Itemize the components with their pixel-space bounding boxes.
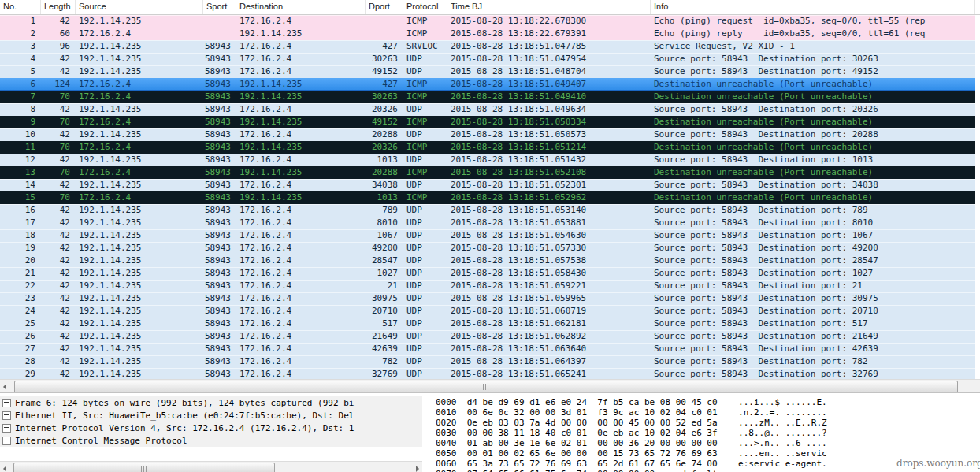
packet-row[interactable]: 1442192.1.14.23558943172.16.2.434038UDP2… xyxy=(0,179,975,191)
column-header-protocol[interactable]: Protocol xyxy=(403,0,447,14)
packet-row[interactable]: 2042192.1.14.23558943172.16.2.428547UDP2… xyxy=(0,255,975,267)
expand-plus-icon[interactable] xyxy=(2,424,11,433)
packet-row[interactable]: 2742192.1.14.23558943172.16.2.442639UDP2… xyxy=(0,343,975,355)
cell-destination: 192.1.14.235 xyxy=(236,141,366,154)
packet-row[interactable]: 842192.1.14.23558943172.16.2.420326UDP20… xyxy=(0,103,975,116)
packet-row[interactable]: 1642192.1.14.23558943172.16.2.4789UDP201… xyxy=(0,204,975,217)
packet-row[interactable]: 1042192.1.14.23558943172.16.2.420288UDP2… xyxy=(0,128,975,141)
details-row[interactable]: Ethernet II, Src: HuaweiTe_b5:ca:be (e0:… xyxy=(0,409,422,422)
cell-length: 42 xyxy=(41,305,76,318)
cell-dport: 49152 xyxy=(366,116,403,128)
scroll-right-icon[interactable] xyxy=(410,463,422,472)
packet-row[interactable]: 542192.1.14.23558943172.16.2.449152UDP20… xyxy=(0,65,975,78)
details-row[interactable]: Internet Control Message Protocol xyxy=(0,434,422,447)
cell-info: Source port: 58943 Destination port: 426… xyxy=(651,343,975,355)
column-header-time[interactable]: Time BJ xyxy=(447,0,651,14)
packet-row[interactable]: 2242192.1.14.23558943172.16.2.421UDP2015… xyxy=(0,280,975,292)
scroll-left-icon[interactable] xyxy=(0,381,13,392)
cell-length: 70 xyxy=(41,116,76,128)
packet-row[interactable]: 2542192.1.14.23558943172.16.2.4517UDP201… xyxy=(0,318,975,330)
packet-row[interactable]: 1370172.16.2.458943192.1.14.23520288ICMP… xyxy=(0,166,975,179)
hex-line[interactable]: 0020 0e eb 03 03 7a 4d 00 00 00 00 45 00… xyxy=(436,418,980,428)
cell-info: Destination unreachable (Port unreachabl… xyxy=(651,78,975,91)
cell-no: 7 xyxy=(0,91,41,103)
packet-row[interactable]: 2442192.1.14.23558943172.16.2.420710UDP2… xyxy=(0,305,975,318)
packet-row[interactable]: 2642192.1.14.23558943172.16.2.421649UDP2… xyxy=(0,330,975,343)
hex-line[interactable]: 0070 07 64 65 66 61 75 6c 74 00 00 00 00… xyxy=(436,469,980,472)
packet-row[interactable]: 6124172.16.2.458943192.1.14.235427ICMP20… xyxy=(0,78,975,91)
cell-sport: 58943 xyxy=(203,267,236,280)
cell-destination: 172.16.2.4 xyxy=(236,65,366,78)
packet-row[interactable]: 142192.1.14.235172.16.2.4ICMP2015-08-28 … xyxy=(0,15,975,28)
packet-row[interactable]: 396192.1.14.23558943172.16.2.4427SRVLOC2… xyxy=(0,40,975,53)
packet-row[interactable]: 2342192.1.14.23558943172.16.2.430975UDP2… xyxy=(0,292,975,305)
cell-no: 12 xyxy=(0,154,41,166)
cell-protocol: UDP xyxy=(403,154,447,166)
packet-row[interactable]: 770172.16.2.458943192.1.14.23530263ICMP2… xyxy=(0,91,975,103)
packet-row[interactable]: 1942192.1.14.23558943172.16.2.449200UDP2… xyxy=(0,242,975,255)
cell-destination: 192.1.14.235 xyxy=(236,91,366,103)
cell-sport: 58943 xyxy=(203,330,236,343)
column-header-info[interactable]: Info xyxy=(651,0,975,14)
packet-row[interactable]: 2142192.1.14.23558943172.16.2.41027UDP20… xyxy=(0,267,975,280)
packet-list-hscrollbar[interactable] xyxy=(0,379,980,393)
details-hscrollbar[interactable] xyxy=(0,461,422,472)
hex-line[interactable]: 0030 00 00 38 11 18 40 c0 01 0e eb ac 10… xyxy=(436,428,980,438)
cell-info: Source port: 58943 Destination port: 782 xyxy=(651,355,975,368)
cell-protocol: UDP xyxy=(403,318,447,330)
hex-line[interactable]: 0000 d4 be d9 69 d1 e6 e0 24 7f b5 ca be… xyxy=(436,397,980,407)
expand-plus-icon[interactable] xyxy=(2,411,11,420)
expand-plus-icon[interactable] xyxy=(2,437,11,445)
column-header-no[interactable]: No. xyxy=(0,0,41,14)
cell-destination: 172.16.2.4 xyxy=(236,343,366,355)
scrollbar-thumb[interactable] xyxy=(14,381,958,393)
cell-time: 2015-08-28 13:18:51.052108 xyxy=(447,166,651,179)
packet-row[interactable]: 1742192.1.14.23558943172.16.2.48010UDP20… xyxy=(0,217,975,229)
packet-row[interactable]: 260172.16.2.4192.1.14.235ICMP2015-08-28 … xyxy=(0,28,975,40)
scroll-left-icon[interactable] xyxy=(0,463,13,472)
cell-dport: 1013 xyxy=(366,191,403,204)
cell-destination: 172.16.2.4 xyxy=(236,103,366,116)
cell-no: 11 xyxy=(0,141,41,154)
column-header-destination[interactable]: Destination xyxy=(236,0,366,14)
cell-info: Source port: 58943 Destination port: 102… xyxy=(651,267,975,280)
packet-row[interactable]: 2942192.1.14.23558943172.16.2.432769UDP2… xyxy=(0,368,975,379)
packet-row[interactable]: 2842192.1.14.23558943172.16.2.4782UDP201… xyxy=(0,355,975,368)
packet-row[interactable]: 1242192.1.14.23558943172.16.2.41013UDP20… xyxy=(0,154,975,166)
hex-line[interactable]: 0010 00 6e 0c 32 00 00 3d 01 f3 9c ac 10… xyxy=(436,407,980,418)
column-header-sport[interactable]: Sport xyxy=(203,0,236,14)
scrollbar-thumb[interactable] xyxy=(13,463,275,472)
cell-no: 17 xyxy=(0,217,41,229)
packet-row[interactable]: 1170172.16.2.458943192.1.14.23520326ICMP… xyxy=(0,141,975,154)
cell-destination: 172.16.2.4 xyxy=(236,242,366,255)
packet-row[interactable]: 442192.1.14.23558943172.16.2.430263UDP20… xyxy=(0,53,975,65)
cell-info: Source port: 58943 Destination port: 340… xyxy=(651,179,975,191)
cell-protocol: ICMP xyxy=(403,166,447,179)
cell-length: 42 xyxy=(41,255,76,267)
packet-row[interactable]: 1842192.1.14.23558943172.16.2.41067UDP20… xyxy=(0,229,975,242)
cell-destination: 172.16.2.4 xyxy=(236,280,366,292)
column-header-dport[interactable]: Dport xyxy=(366,0,403,14)
cell-no: 2 xyxy=(0,28,41,40)
column-header-source[interactable]: Source xyxy=(76,0,203,14)
cell-no: 14 xyxy=(0,179,41,191)
cell-no: 28 xyxy=(0,355,41,368)
details-row[interactable]: Internet Protocol Version 4, Src: 172.16… xyxy=(0,422,422,434)
column-header-length[interactable]: Length xyxy=(41,0,76,14)
packet-row[interactable]: 970172.16.2.458943192.1.14.23549152ICMP2… xyxy=(0,116,975,128)
details-row-label: Internet Control Message Protocol xyxy=(15,436,187,446)
cell-source: 172.16.2.4 xyxy=(76,91,203,103)
details-row[interactable]: Frame 6: 124 bytes on wire (992 bits), 1… xyxy=(0,396,422,409)
cell-destination: 172.16.2.4 xyxy=(236,128,366,141)
wireshark-window: No.LengthSourceSportDestinationDportProt… xyxy=(0,0,980,472)
cell-protocol: ICMP xyxy=(403,191,447,204)
packet-row[interactable]: 1570172.16.2.458943192.1.14.2351013ICMP2… xyxy=(0,191,975,204)
cell-sport: 58943 xyxy=(203,78,236,91)
cell-sport: 58943 xyxy=(203,179,236,191)
cell-source: 192.1.14.235 xyxy=(76,229,203,242)
cell-destination: 172.16.2.4 xyxy=(236,318,366,330)
cell-destination: 172.16.2.4 xyxy=(236,267,366,280)
expand-plus-icon[interactable] xyxy=(2,399,11,407)
cell-source: 172.16.2.4 xyxy=(76,166,203,179)
hex-line[interactable]: 0040 01 ab 00 3e 1e 6e 02 01 00 00 36 20… xyxy=(436,438,980,448)
